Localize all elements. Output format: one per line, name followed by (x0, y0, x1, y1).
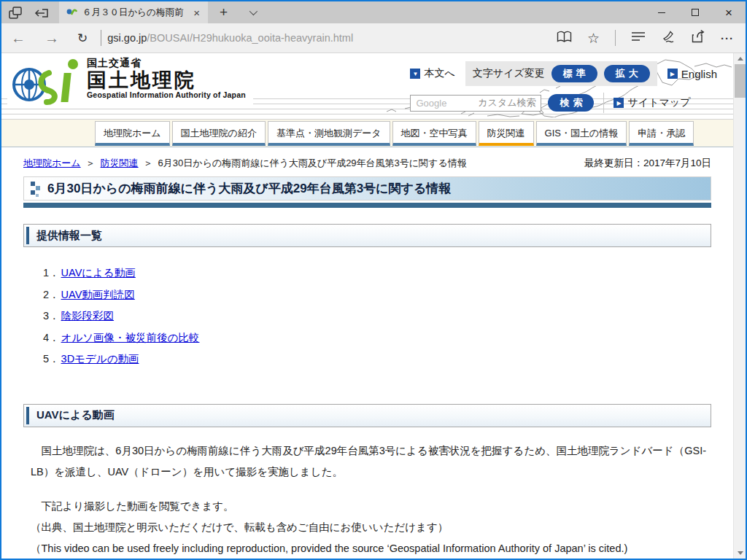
minimize-icon (658, 12, 665, 13)
maximize-button[interactable] (678, 1, 712, 23)
web-note-icon[interactable] (661, 31, 676, 46)
forward-icon[interactable]: → (35, 30, 69, 47)
share-icon[interactable] (691, 30, 705, 46)
paragraph-intro: 国土地理院は、6月30日からの梅雨前線に伴う大雨及び平成29年台風第3号による被… (31, 440, 708, 483)
skip-to-content-link[interactable]: 本文へ (424, 67, 454, 80)
gsi-logo-mark (7, 57, 83, 105)
address-divider (101, 30, 101, 46)
nav-tab-geodetic-data[interactable]: 基準点・測地観測データ (268, 121, 390, 146)
close-icon: × (725, 7, 732, 19)
search-input[interactable]: Google カスタム検索 (410, 95, 541, 112)
gsi-logo[interactable]: 国土交通省 国土地理院 Geospatial Information Autho… (7, 57, 253, 105)
body-text: 国土地理院は、6月30日からの梅雨前線に伴う大雨及び平成29年台風第3号による被… (31, 440, 708, 559)
org-name: 国土地理院 (87, 70, 246, 90)
font-size-standard-button[interactable]: 標準 (551, 65, 597, 82)
breadcrumb-section-link[interactable]: 防災関連 (101, 157, 139, 170)
skip-marker-icon: ▼ (410, 69, 420, 79)
sitemap-marker-icon: ▶ (614, 98, 624, 108)
global-nav: 地理院ホーム 国土地理院の紹介 基準点・測地観測データ 地図・空中写真 防災関連… (1, 119, 733, 147)
page-title-banner: 6月30日からの梅雨前線に伴う大雨及び平成29年台風第3号に関する情報 (23, 176, 711, 208)
link-shaded-relief-map[interactable]: 陰影段彩図 (61, 309, 115, 323)
link-ortho-comparison[interactable]: オルソ画像・被災前後の比較 (61, 331, 200, 345)
paragraph-view-videos: 下記より撮影した動画を閲覧できます。 (31, 496, 708, 517)
section-header-info-list: 提供情報一覧 (23, 224, 711, 247)
maximize-icon (692, 9, 699, 16)
link-uav-interpretation-map[interactable]: UAV動画判読図 (61, 288, 135, 302)
search-placeholder: カスタム検索 (478, 96, 535, 109)
url-path: /BOUSAI/H29hukuoka_ooita-heavyrain.html (147, 32, 353, 44)
url-domain: gsi.go.jp (107, 32, 147, 44)
font-size-label: 文字サイズ変更 (473, 67, 545, 80)
last-updated: 最終更新日：2017年7月10日 (584, 157, 711, 170)
ministry-name: 国土交通省 (87, 57, 246, 70)
nav-tab-home[interactable]: 地理院ホーム (95, 121, 170, 146)
reading-view-icon[interactable] (557, 31, 572, 46)
minimize-button[interactable] (645, 1, 678, 23)
list-item: 1． UAVによる動画 (43, 266, 733, 280)
org-name-en: Geospatial Information Authority of Japa… (87, 90, 246, 99)
link-3d-model-video[interactable]: 3Dモデルの動画 (61, 352, 139, 366)
address-bar: ← → ↻ gsi.go.jp/BOUSAI/H29hukuoka_ooita-… (1, 23, 746, 53)
section-header-uav-video: UAVによる動画 (23, 404, 711, 427)
scrollbar[interactable] (733, 53, 746, 559)
active-tab[interactable]: ６月３０日からの梅雨前 × (59, 1, 208, 23)
more-icon[interactable]: ··· (721, 32, 734, 44)
set-tabs-aside-icon[interactable] (34, 7, 49, 18)
url-field[interactable]: gsi.go.jp/BOUSAI/H29hukuoka_ooita-heavyr… (107, 32, 353, 44)
search-brand-placeholder: Google (416, 98, 446, 109)
breadcrumb: 地理院ホーム ＞ 防災関連 ＞ 6月30日からの梅雨前線に伴う大雨及び平成29年… (1, 147, 733, 170)
nav-tab-maps-photos[interactable]: 地図・空中写真 (392, 121, 476, 146)
paragraph-source-en: （This video can be used freely including… (31, 538, 708, 559)
tab-bar: ６月３０日からの梅雨前 × + × (1, 1, 746, 23)
list-item: 5． 3Dモデルの動画 (43, 352, 733, 366)
browser-window: ６月３０日からの梅雨前 × + × ← → ↻ gsi.go.jp/BOUSAI… (0, 0, 747, 560)
hub-icon[interactable] (631, 31, 646, 44)
breadcrumb-separator: ＞ (144, 157, 153, 170)
toolbar-divider (615, 30, 616, 46)
scroll-up-icon[interactable] (734, 53, 746, 64)
tab-title: ６月３０日からの梅雨前 (82, 7, 187, 19)
refresh-icon[interactable]: ↻ (69, 31, 96, 46)
scroll-down-icon[interactable] (734, 548, 746, 559)
section-rule (26, 227, 29, 244)
new-tab-button[interactable]: + (208, 1, 239, 23)
nav-tab-applications[interactable]: 申請・承認 (629, 121, 694, 146)
favicon-gsi-icon (66, 5, 77, 20)
font-size-large-button[interactable]: 拡大 (604, 65, 650, 82)
header-divider (603, 93, 604, 113)
site-header: 国土交通省 国土地理院 Geospatial Information Autho… (1, 53, 733, 119)
breadcrumb-current: 6月30日からの梅雨前線に伴う大雨及び平成29年台風第3号に関する情報 (158, 157, 467, 170)
favorites-star-icon[interactable]: ☆ (587, 30, 600, 47)
breadcrumb-home-link[interactable]: 地理院ホーム (23, 157, 81, 170)
breadcrumb-separator: ＞ (86, 157, 96, 170)
close-button[interactable]: × (712, 1, 746, 23)
tab-close-icon[interactable]: × (192, 7, 201, 19)
title-squares-icon (31, 182, 42, 198)
provided-info-list: 1． UAVによる動画 2． UAV動画判読図 3． 陰影段彩図 4． オルソ画… (43, 266, 733, 366)
title-underline-bar (23, 203, 711, 208)
nav-tab-about[interactable]: 国土地理院の紹介 (172, 121, 266, 146)
tab-list-chevron-icon[interactable] (239, 1, 266, 23)
page-title: 6月30日からの梅雨前線に伴う大雨及び平成29年台風第3号に関する情報 (47, 180, 451, 197)
list-item: 4． オルソ画像・被災前後の比較 (43, 331, 733, 345)
sitemap-link[interactable]: サイトマップ (627, 96, 690, 109)
paragraph-source-ja: （出典、国土地理院と明示いただくだけで、転載も含めご自由にお使いいただけます） (31, 517, 708, 538)
scrollbar-thumb[interactable] (735, 64, 746, 98)
nav-tab-disaster[interactable]: 防災関連 (479, 121, 534, 146)
section-rule (26, 407, 29, 424)
english-link[interactable]: English (681, 68, 717, 80)
tabs-set-aside-icon[interactable] (9, 7, 23, 19)
nav-tab-gis-info[interactable]: GIS・国土の情報 (536, 121, 627, 146)
search-button[interactable]: 検索 (548, 94, 594, 112)
back-icon[interactable]: ← (1, 30, 35, 47)
font-size-box: 文字サイズ変更 標準 拡大 (465, 61, 657, 86)
list-item: 2． UAV動画判読図 (43, 288, 733, 302)
page-content: 国土交通省 国土地理院 Geospatial Information Autho… (1, 53, 746, 559)
link-uav-video[interactable]: UAVによる動画 (61, 266, 136, 280)
english-marker-icon: ▶ (667, 69, 678, 79)
list-item: 3． 陰影段彩図 (43, 309, 733, 323)
